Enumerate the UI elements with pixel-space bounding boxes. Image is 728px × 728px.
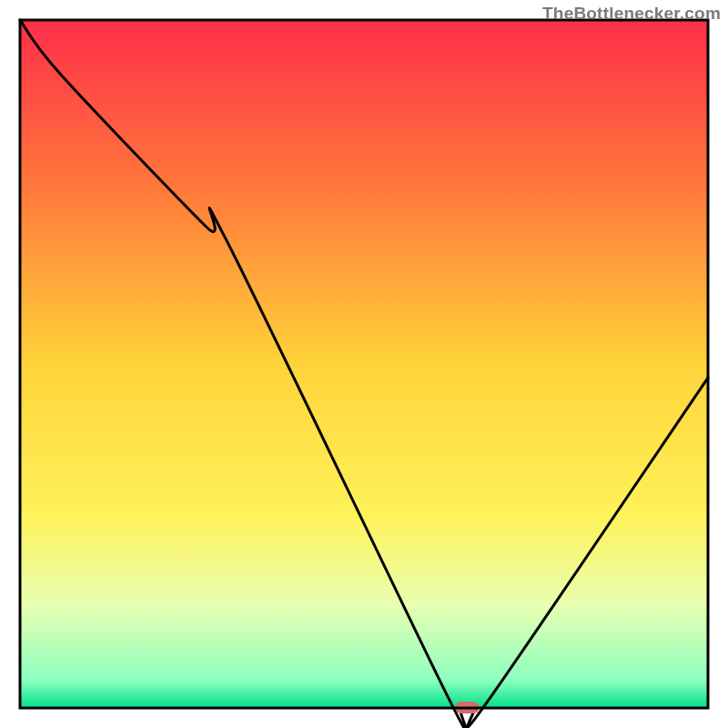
bottleneck-chart: TheBottlenecker.com <box>0 0 728 728</box>
attribution-label: TheBottlenecker.com <box>542 4 721 24</box>
chart-svg <box>0 0 728 728</box>
svg-rect-0 <box>20 20 708 708</box>
plot-area <box>20 20 708 708</box>
